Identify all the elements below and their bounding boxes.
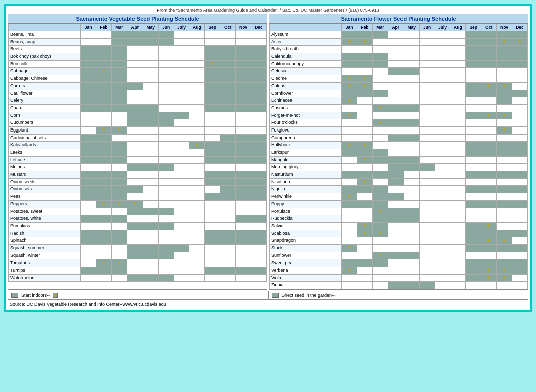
month-cell <box>158 142 174 149</box>
plant-name: Echinacea <box>270 97 342 105</box>
month-cell <box>111 104 127 112</box>
month-cell <box>466 31 481 39</box>
month-cell <box>189 274 205 282</box>
month-cell <box>435 259 450 267</box>
month-cell <box>158 230 174 237</box>
month-cell <box>81 208 96 215</box>
month-cell <box>251 126 266 134</box>
month-cell <box>205 112 220 119</box>
month-cell <box>372 200 388 208</box>
month-cell <box>388 75 404 83</box>
month-cell <box>189 53 205 61</box>
table-row: Radish <box>9 230 267 237</box>
month-cell <box>174 156 189 164</box>
month-cell <box>174 178 189 186</box>
month-cell <box>435 149 450 157</box>
month-cell <box>143 90 158 97</box>
month-cell <box>251 215 266 223</box>
month-cell <box>357 53 373 61</box>
table-row: Rudbeckia <box>270 215 528 223</box>
month-cell: ✦ <box>342 38 357 46</box>
month-cell <box>388 267 404 275</box>
month-cell <box>251 104 266 112</box>
month-cell <box>143 178 158 186</box>
month-cell <box>236 134 251 142</box>
month-cell <box>174 97 189 105</box>
plant-name: Zinnia <box>270 282 342 289</box>
month-cell <box>435 53 450 61</box>
month-cell <box>81 53 96 61</box>
month-cell <box>205 119 220 127</box>
month-cell <box>96 156 112 164</box>
month-cell <box>189 31 205 39</box>
month-cell <box>236 156 251 164</box>
month-cell <box>236 53 251 61</box>
month-cell <box>251 112 266 119</box>
month-cell <box>143 200 158 208</box>
month-cell <box>174 82 189 90</box>
month-cell <box>189 237 205 245</box>
month-cell <box>189 82 205 90</box>
month-cell <box>388 230 404 237</box>
month-cell <box>158 237 174 245</box>
month-cell <box>111 193 127 201</box>
month-cell <box>143 46 158 53</box>
legend-dot-box: ✦ <box>53 293 58 298</box>
month-cell <box>372 97 388 105</box>
month-cell <box>111 149 127 157</box>
plant-name: Melons <box>9 164 81 171</box>
month-cell <box>372 46 388 53</box>
month-cell <box>404 104 419 112</box>
month-cell <box>512 68 527 75</box>
table-row: Leeks <box>9 149 267 157</box>
plant-name: Stock <box>270 244 342 252</box>
table-row: Cleome✦✦ <box>270 75 528 83</box>
month-cell <box>419 119 435 127</box>
month-cell <box>81 215 96 223</box>
month-cell <box>450 171 466 179</box>
month-cell <box>466 222 481 230</box>
month-cell <box>419 200 435 208</box>
month-cell <box>251 60 266 68</box>
month-cell <box>435 156 450 164</box>
month-cell: ✦ <box>342 267 357 275</box>
month-cell <box>481 164 497 171</box>
month-cell <box>111 142 127 149</box>
month-cell: ✦ <box>127 200 143 208</box>
month-cell <box>127 149 143 157</box>
month-cell <box>251 208 266 215</box>
month-cell <box>81 171 96 179</box>
month-cell <box>81 267 96 275</box>
plant-name: Cabbage <box>9 68 81 75</box>
plant-name: Viola <box>270 274 342 282</box>
month-cell <box>220 208 236 215</box>
month-cell <box>220 46 236 53</box>
month-cell <box>96 222 112 230</box>
table-row: Watermelon <box>9 274 267 282</box>
table-row: Stock✦ <box>270 244 528 252</box>
month-cell <box>357 274 373 282</box>
month-cell <box>251 90 266 97</box>
table-row: Nigella <box>270 186 528 193</box>
month-cell <box>251 164 266 171</box>
month-cell <box>81 200 96 208</box>
veg-dec: Dec <box>251 24 266 31</box>
month-cell <box>251 156 266 164</box>
month-cell <box>236 104 251 112</box>
table-row: Verbena✦✦✦ <box>270 267 528 275</box>
month-cell <box>481 259 497 267</box>
month-cell: ✦ <box>481 267 497 275</box>
month-cell <box>174 164 189 171</box>
month-cell <box>81 126 96 134</box>
month-cell <box>111 53 127 61</box>
month-cell <box>404 164 419 171</box>
month-cell <box>236 31 251 39</box>
month-cell <box>342 149 357 157</box>
month-cell <box>357 259 373 267</box>
month-cell <box>404 267 419 275</box>
flower-dec: Dec <box>512 24 527 31</box>
veg-nov: Nov <box>236 24 251 31</box>
month-cell <box>419 53 435 61</box>
month-cell <box>404 149 419 157</box>
plant-name: Corn <box>9 112 81 119</box>
